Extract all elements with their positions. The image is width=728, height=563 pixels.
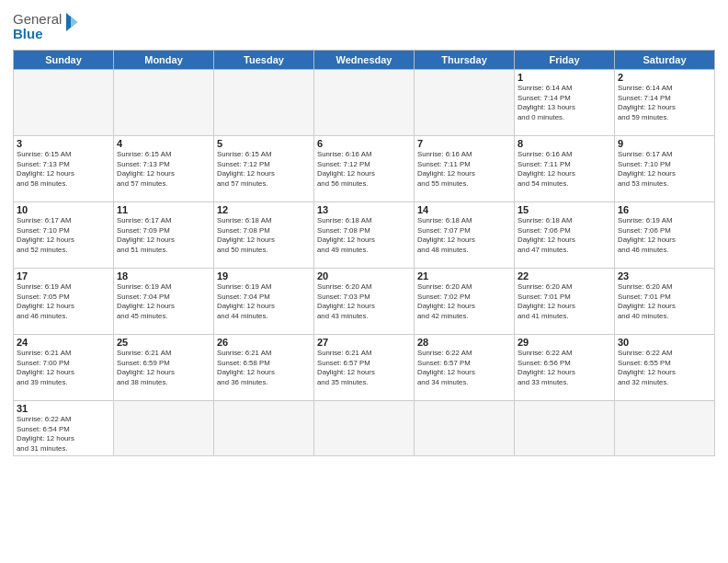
day-info: Sunrise: 6:16 AM Sunset: 7:12 PM Dayligh… bbox=[317, 150, 411, 189]
day-info: Sunrise: 6:14 AM Sunset: 7:14 PM Dayligh… bbox=[518, 84, 611, 122]
calendar-cell bbox=[415, 70, 515, 136]
calendar-cell: 30Sunrise: 6:22 AM Sunset: 6:55 PM Dayli… bbox=[615, 335, 715, 401]
calendar-cell: 24Sunrise: 6:21 AM Sunset: 7:00 PM Dayli… bbox=[14, 335, 114, 401]
svg-marker-3 bbox=[71, 17, 77, 28]
day-info: Sunrise: 6:18 AM Sunset: 7:07 PM Dayligh… bbox=[417, 216, 511, 255]
day-info: Sunrise: 6:14 AM Sunset: 7:14 PM Dayligh… bbox=[618, 84, 711, 122]
day-info: Sunrise: 6:19 AM Sunset: 7:04 PM Dayligh… bbox=[117, 282, 210, 321]
day-info: Sunrise: 6:15 AM Sunset: 7:13 PM Dayligh… bbox=[17, 150, 110, 189]
calendar-cell: 29Sunrise: 6:22 AM Sunset: 6:56 PM Dayli… bbox=[515, 335, 615, 401]
calendar-cell: 5Sunrise: 6:15 AM Sunset: 7:12 PM Daylig… bbox=[214, 136, 314, 202]
svg-text:General: General bbox=[13, 11, 62, 27]
day-number: 6 bbox=[317, 138, 411, 149]
day-number: 7 bbox=[417, 138, 511, 149]
day-number: 1 bbox=[518, 72, 611, 83]
weekday-header-row: Sunday Monday Tuesday Wednesday Thursday… bbox=[14, 51, 715, 70]
day-number: 21 bbox=[417, 270, 511, 282]
calendar-cell: 22Sunrise: 6:20 AM Sunset: 7:01 PM Dayli… bbox=[515, 269, 615, 335]
calendar-cell: 8Sunrise: 6:16 AM Sunset: 7:11 PM Daylig… bbox=[515, 136, 615, 202]
day-info: Sunrise: 6:21 AM Sunset: 6:57 PM Dayligh… bbox=[317, 349, 411, 387]
day-info: Sunrise: 6:16 AM Sunset: 7:11 PM Dayligh… bbox=[417, 150, 511, 189]
calendar-cell: 20Sunrise: 6:20 AM Sunset: 7:03 PM Dayli… bbox=[314, 269, 415, 335]
calendar-cell: 15Sunrise: 6:18 AM Sunset: 7:06 PM Dayli… bbox=[515, 202, 615, 269]
day-number: 5 bbox=[217, 138, 311, 149]
calendar-cell: 19Sunrise: 6:19 AM Sunset: 7:04 PM Dayli… bbox=[214, 269, 314, 335]
calendar-cell: 25Sunrise: 6:21 AM Sunset: 6:59 PM Dayli… bbox=[114, 335, 214, 401]
calendar-cell bbox=[214, 401, 314, 456]
day-number: 22 bbox=[518, 270, 611, 282]
day-number: 15 bbox=[518, 204, 611, 215]
calendar-cell: 1Sunrise: 6:14 AM Sunset: 7:14 PM Daylig… bbox=[515, 70, 615, 136]
day-number: 3 bbox=[17, 138, 110, 149]
day-number: 25 bbox=[117, 337, 210, 348]
page-header: General Blue bbox=[13, 9, 715, 44]
day-info: Sunrise: 6:15 AM Sunset: 7:12 PM Dayligh… bbox=[217, 150, 311, 189]
header-friday: Friday bbox=[515, 51, 615, 70]
calendar-cell bbox=[314, 70, 415, 136]
day-number: 24 bbox=[17, 337, 110, 348]
day-number: 27 bbox=[317, 337, 411, 348]
calendar-cell: 16Sunrise: 6:19 AM Sunset: 7:06 PM Dayli… bbox=[615, 202, 715, 269]
calendar-cell: 11Sunrise: 6:17 AM Sunset: 7:09 PM Dayli… bbox=[114, 202, 214, 269]
day-number: 29 bbox=[518, 337, 611, 348]
generalblue-logo-icon: General Blue bbox=[13, 9, 77, 44]
day-number: 8 bbox=[518, 138, 611, 149]
calendar-cell: 26Sunrise: 6:21 AM Sunset: 6:58 PM Dayli… bbox=[214, 335, 314, 401]
day-info: Sunrise: 6:15 AM Sunset: 7:13 PM Dayligh… bbox=[117, 150, 210, 189]
logo: General Blue bbox=[13, 9, 77, 44]
day-info: Sunrise: 6:22 AM Sunset: 6:57 PM Dayligh… bbox=[417, 349, 511, 387]
day-info: Sunrise: 6:19 AM Sunset: 7:06 PM Dayligh… bbox=[618, 216, 711, 255]
day-number: 10 bbox=[17, 204, 110, 215]
day-info: Sunrise: 6:17 AM Sunset: 7:09 PM Dayligh… bbox=[117, 216, 210, 255]
calendar-cell bbox=[114, 401, 214, 456]
day-info: Sunrise: 6:21 AM Sunset: 7:00 PM Dayligh… bbox=[17, 349, 110, 387]
calendar-cell bbox=[415, 401, 515, 456]
day-number: 17 bbox=[17, 270, 110, 282]
calendar-cell bbox=[214, 70, 314, 136]
day-number: 18 bbox=[117, 270, 210, 282]
day-number: 23 bbox=[618, 270, 711, 282]
header-saturday: Saturday bbox=[615, 51, 715, 70]
day-info: Sunrise: 6:21 AM Sunset: 6:58 PM Dayligh… bbox=[217, 349, 311, 387]
day-number: 26 bbox=[217, 337, 311, 348]
day-info: Sunrise: 6:22 AM Sunset: 6:55 PM Dayligh… bbox=[618, 349, 711, 387]
day-number: 14 bbox=[417, 204, 511, 215]
header-thursday: Thursday bbox=[415, 51, 515, 70]
calendar-cell: 27Sunrise: 6:21 AM Sunset: 6:57 PM Dayli… bbox=[314, 335, 415, 401]
day-info: Sunrise: 6:20 AM Sunset: 7:03 PM Dayligh… bbox=[317, 282, 411, 321]
calendar-cell: 23Sunrise: 6:20 AM Sunset: 7:01 PM Dayli… bbox=[615, 269, 715, 335]
day-info: Sunrise: 6:17 AM Sunset: 7:10 PM Dayligh… bbox=[618, 150, 711, 189]
day-info: Sunrise: 6:20 AM Sunset: 7:01 PM Dayligh… bbox=[518, 282, 611, 321]
day-info: Sunrise: 6:18 AM Sunset: 7:06 PM Dayligh… bbox=[518, 216, 611, 255]
calendar-cell: 17Sunrise: 6:19 AM Sunset: 7:05 PM Dayli… bbox=[14, 269, 114, 335]
header-tuesday: Tuesday bbox=[214, 51, 314, 70]
calendar-cell: 3Sunrise: 6:15 AM Sunset: 7:13 PM Daylig… bbox=[14, 136, 114, 202]
day-number: 31 bbox=[17, 403, 110, 414]
day-number: 20 bbox=[317, 270, 411, 282]
calendar-cell: 7Sunrise: 6:16 AM Sunset: 7:11 PM Daylig… bbox=[415, 136, 515, 202]
calendar-cell: 9Sunrise: 6:17 AM Sunset: 7:10 PM Daylig… bbox=[615, 136, 715, 202]
svg-text:Blue: Blue bbox=[13, 26, 43, 41]
calendar-cell: 28Sunrise: 6:22 AM Sunset: 6:57 PM Dayli… bbox=[415, 335, 515, 401]
day-number: 13 bbox=[317, 204, 411, 215]
day-info: Sunrise: 6:19 AM Sunset: 7:05 PM Dayligh… bbox=[17, 282, 110, 321]
day-info: Sunrise: 6:20 AM Sunset: 7:01 PM Dayligh… bbox=[618, 282, 711, 321]
day-number: 16 bbox=[618, 204, 711, 215]
calendar-table: Sunday Monday Tuesday Wednesday Thursday… bbox=[13, 50, 715, 456]
day-info: Sunrise: 6:16 AM Sunset: 7:11 PM Dayligh… bbox=[518, 150, 611, 189]
calendar-cell: 12Sunrise: 6:18 AM Sunset: 7:08 PM Dayli… bbox=[214, 202, 314, 269]
day-info: Sunrise: 6:19 AM Sunset: 7:04 PM Dayligh… bbox=[217, 282, 311, 321]
calendar-cell: 18Sunrise: 6:19 AM Sunset: 7:04 PM Dayli… bbox=[114, 269, 214, 335]
day-number: 28 bbox=[417, 337, 511, 348]
day-info: Sunrise: 6:18 AM Sunset: 7:08 PM Dayligh… bbox=[217, 216, 311, 255]
day-info: Sunrise: 6:17 AM Sunset: 7:10 PM Dayligh… bbox=[17, 216, 110, 255]
calendar-cell: 31Sunrise: 6:22 AM Sunset: 6:54 PM Dayli… bbox=[14, 401, 114, 456]
header-sunday: Sunday bbox=[14, 51, 114, 70]
calendar-cell bbox=[14, 70, 114, 136]
day-number: 2 bbox=[618, 72, 711, 83]
day-info: Sunrise: 6:22 AM Sunset: 6:54 PM Dayligh… bbox=[17, 415, 110, 454]
header-monday: Monday bbox=[114, 51, 214, 70]
calendar-cell: 13Sunrise: 6:18 AM Sunset: 7:08 PM Dayli… bbox=[314, 202, 415, 269]
calendar-cell: 14Sunrise: 6:18 AM Sunset: 7:07 PM Dayli… bbox=[415, 202, 515, 269]
day-number: 11 bbox=[117, 204, 210, 215]
